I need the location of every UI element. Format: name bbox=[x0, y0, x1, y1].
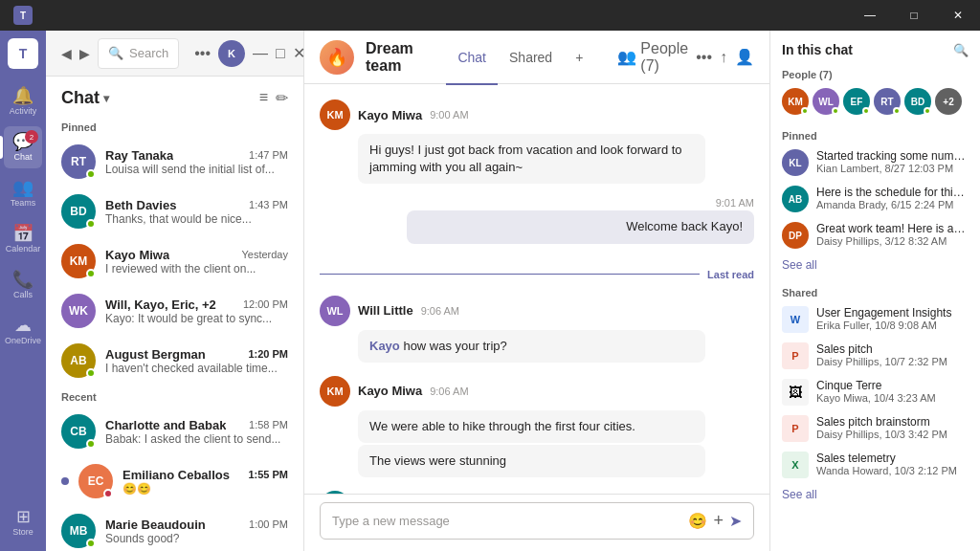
maximize-button[interactable]: □ bbox=[892, 0, 936, 31]
chat-name-row: August Bergman 1:20 PM bbox=[105, 347, 288, 362]
channel-icon: 🔥 bbox=[320, 40, 354, 75]
shared-see-all[interactable]: See all bbox=[782, 488, 969, 501]
back-button[interactable]: ◀ bbox=[61, 46, 72, 61]
avatar: EC bbox=[78, 464, 113, 498]
maximize-icon[interactable]: □ bbox=[276, 45, 285, 62]
file-text: Sales pitch Daisy Phillips, 10/7 2:32 PM bbox=[816, 342, 969, 367]
send-icon[interactable]: ➤ bbox=[729, 512, 742, 530]
search-box[interactable]: 🔍 Search bbox=[98, 38, 179, 69]
pinned-meta: Daisy Phillips, 3/12 8:32 AM bbox=[816, 235, 969, 247]
chat-item-charlotte-babak[interactable]: CB Charlotte and Babak 1:58 PM Babak: I … bbox=[46, 407, 303, 456]
attach-icon[interactable]: + bbox=[713, 511, 724, 531]
chat-name: August Bergman bbox=[105, 347, 206, 362]
sidebar-dropdown-icon[interactable]: ▾ bbox=[103, 92, 109, 105]
person-avatar-rt[interactable]: RT bbox=[874, 88, 901, 115]
pinned-text: Here is the schedule for this se... Aman… bbox=[816, 186, 969, 210]
compose-input[interactable] bbox=[332, 514, 680, 528]
chat-header-actions: 👥 People (7) ••• ↑ 👤 bbox=[617, 40, 754, 75]
person-avatar-bd[interactable]: BD bbox=[904, 88, 931, 115]
nav-item-calls[interactable]: 📞 Calls bbox=[4, 264, 42, 306]
shared-section-title: Shared bbox=[782, 287, 969, 298]
emoji-icon[interactable]: 😊 bbox=[688, 512, 707, 530]
message-bubble: Hi guys! I just got back from vacation a… bbox=[358, 134, 705, 184]
people-avatars: KM WL EF RT BD +2 bbox=[782, 88, 969, 115]
pinned-see-all[interactable]: See all bbox=[782, 258, 969, 272]
chat-item-marie[interactable]: MB Marie Beaudouin 1:00 PM Sounds good? bbox=[46, 506, 303, 551]
pinned-item[interactable]: DP Great work team! Here is an o... Dais… bbox=[782, 222, 969, 249]
message-area: KM Kayo Miwa 9:00 AM Hi guys! I just got… bbox=[304, 84, 769, 551]
close-button[interactable]: ✕ bbox=[936, 0, 980, 31]
compose-area: 😊 + ➤ bbox=[304, 494, 769, 551]
chat-name: Ray Tanaka bbox=[105, 148, 173, 163]
unread-dot bbox=[61, 477, 69, 485]
shared-item[interactable]: W User Engagement Insights Erika Fuller,… bbox=[782, 306, 969, 333]
file-meta: Daisy Phillips, 10/3 3:42 PM bbox=[816, 429, 969, 440]
filter-icon[interactable]: ≡ bbox=[259, 89, 268, 107]
status-dot bbox=[893, 107, 901, 115]
pinned-message-text: Here is the schedule for this se... bbox=[816, 186, 969, 199]
shared-item[interactable]: X Sales telemetry Wanda Howard, 10/3 2:1… bbox=[782, 452, 969, 478]
nav-item-activity[interactable]: 🔔 Activity bbox=[4, 80, 42, 122]
chat-tabs: Chat Shared + bbox=[446, 31, 594, 84]
last-read-divider: Last read bbox=[320, 269, 754, 280]
chat-info: Charlotte and Babak 1:58 PM Babak: I ask… bbox=[105, 418, 288, 446]
chat-item-will-kayo-eric[interactable]: WK Will, Kayo, Eric, +2 12:00 PM Kayo: I… bbox=[46, 286, 303, 336]
nav-item-calendar[interactable]: 📅 Calendar bbox=[4, 218, 42, 260]
pinned-meta: Amanda Brady, 6/15 2:24 PM bbox=[816, 199, 969, 210]
chat-item-kayo-miwa[interactable]: KM Kayo Miwa Yesterday I reviewed with t… bbox=[46, 236, 303, 286]
image-icon: 🖼 bbox=[782, 379, 809, 406]
window-controls: — □ ✕ bbox=[848, 0, 980, 31]
pinned-item[interactable]: AB Here is the schedule for this se... A… bbox=[782, 186, 969, 212]
status-dot bbox=[832, 107, 839, 115]
tab-shared[interactable]: Shared bbox=[498, 32, 564, 85]
channel-name: Dream team bbox=[366, 40, 427, 75]
person-avatar-more[interactable]: +2 bbox=[935, 88, 962, 115]
person-avatar-ef[interactable]: EF bbox=[843, 88, 870, 115]
shared-item[interactable]: P Sales pitch brainstorm Daisy Phillips,… bbox=[782, 415, 969, 442]
forward-button[interactable]: ▶ bbox=[79, 46, 90, 61]
chat-info: Marie Beaudouin 1:00 PM Sounds good? bbox=[105, 518, 288, 545]
close-icon[interactable]: ✕ bbox=[293, 44, 305, 62]
pinned-text: Great work team! Here is an o... Daisy P… bbox=[816, 222, 969, 247]
pinned-item[interactable]: KL Started tracking some number ... Kian… bbox=[782, 149, 969, 176]
onedrive-icon: ☁ bbox=[14, 317, 32, 334]
person-avatar-km[interactable]: KM bbox=[782, 88, 809, 115]
minimize-button[interactable]: — bbox=[848, 0, 892, 31]
chat-info: Will, Kayo, Eric, +2 12:00 PM Kayo: It w… bbox=[105, 298, 288, 325]
chat-time: 1:47 PM bbox=[249, 149, 288, 161]
people-panel-icon[interactable]: 👤 bbox=[735, 48, 754, 66]
nav-item-store[interactable]: ⊞ Store bbox=[4, 501, 42, 543]
teams-icon: 👥 bbox=[12, 179, 33, 196]
msg-avatar: WL bbox=[320, 296, 350, 326]
nav-item-teams[interactable]: 👥 Teams bbox=[4, 172, 42, 214]
message-group-own: 9:01 AM Welcome back Kayo! bbox=[320, 197, 754, 245]
avatar: CB bbox=[61, 414, 96, 449]
minimize-icon[interactable]: — bbox=[253, 45, 268, 62]
nav-item-onedrive[interactable]: ☁ OneDrive bbox=[4, 310, 42, 352]
chat-item-emiliano[interactable]: EC Emiliano Ceballos 1:55 PM 😊😊 bbox=[46, 456, 303, 506]
chat-item-ray-tanaka[interactable]: RT Ray Tanaka 1:47 PM Louisa will send t… bbox=[46, 137, 303, 187]
shared-item[interactable]: P Sales pitch Daisy Phillips, 10/7 2:32 … bbox=[782, 342, 969, 369]
message-time: 9:01 AM bbox=[320, 197, 754, 209]
chat-name-row: Kayo Miwa Yesterday bbox=[105, 248, 288, 262]
sidebar-title: Chat ▾ bbox=[61, 88, 109, 108]
tab-chat[interactable]: Chat bbox=[446, 32, 498, 85]
screen-share-icon[interactable]: ↑ bbox=[720, 49, 727, 66]
chat-item-beth-davies[interactable]: BD Beth Davies 1:43 PM Thanks, that woul… bbox=[46, 187, 303, 236]
panel-search-icon[interactable]: 🔍 bbox=[953, 43, 969, 57]
more-options-icon[interactable]: ••• bbox=[194, 45, 211, 62]
chat-item-august-bergman[interactable]: AB August Bergman 1:20 PM I haven't chec… bbox=[46, 336, 303, 386]
status-dot bbox=[86, 539, 96, 548]
shared-item[interactable]: 🖼 Cinque Terre Kayo Miwa, 10/4 3:23 AM bbox=[782, 379, 969, 406]
chat-time: 1:55 PM bbox=[248, 469, 288, 480]
panel-title: In this chat bbox=[782, 42, 853, 57]
more-options-icon[interactable]: ••• bbox=[696, 49, 712, 66]
user-avatar[interactable]: K bbox=[218, 40, 245, 67]
file-text: Sales telemetry Wanda Howard, 10/3 2:12 … bbox=[816, 452, 969, 476]
person-avatar-wl[interactable]: WL bbox=[813, 88, 839, 115]
tab-add[interactable]: + bbox=[564, 32, 594, 85]
nav-item-chat[interactable]: 💬 Chat 2 bbox=[4, 126, 42, 168]
compose-icon[interactable]: ✏ bbox=[276, 89, 288, 107]
file-name: Cinque Terre bbox=[816, 379, 969, 392]
chat-name: Beth Davies bbox=[105, 198, 176, 212]
